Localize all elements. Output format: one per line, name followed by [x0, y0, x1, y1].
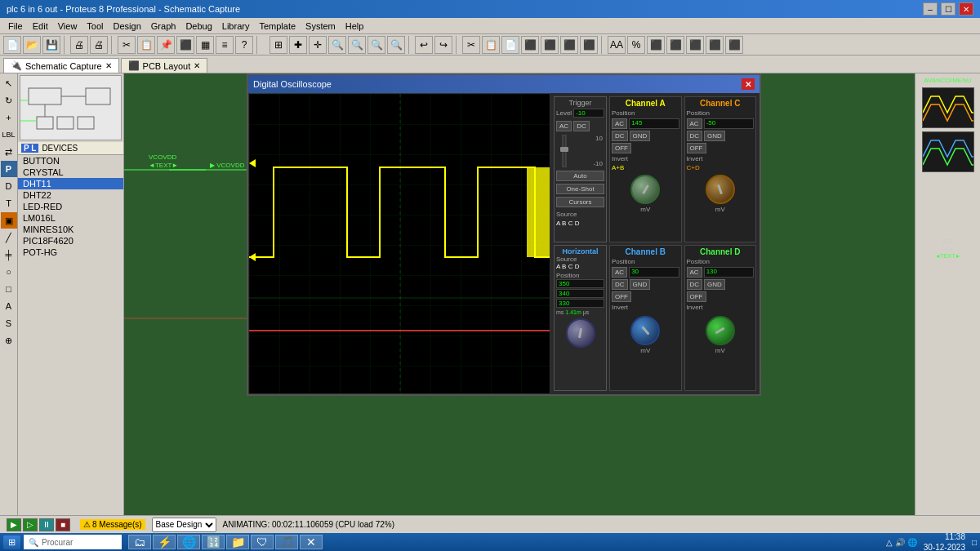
close-button[interactable]: ✕ — [959, 2, 973, 16]
menu-debug[interactable]: Debug — [180, 20, 216, 32]
tb-paste[interactable]: 📌 — [157, 36, 175, 54]
ch-b-ac[interactable]: AC — [612, 267, 627, 278]
taskbar-app-proteus[interactable]: ⚡ — [153, 535, 176, 549]
tool-c[interactable]: ▣ — [1, 212, 17, 229]
tb-b1[interactable]: ⬛ — [176, 36, 194, 54]
tb-grid[interactable]: ⊞ — [270, 36, 287, 54]
maximize-button[interactable]: ☐ — [941, 2, 956, 16]
oneshot-btn[interactable]: One-Shot — [556, 184, 604, 194]
device-LED-RED[interactable]: LED-RED — [18, 201, 123, 212]
start-button[interactable]: ⊞ — [3, 535, 20, 549]
trigger-ac-btn[interactable]: AC — [556, 121, 572, 131]
tb-undo[interactable]: ↩ — [415, 36, 433, 54]
tool-bus[interactable]: ╪ — [1, 247, 17, 263]
tb-aaz[interactable]: % — [627, 36, 645, 54]
tb-b8[interactable]: ⬛ — [541, 36, 559, 54]
ch-d-knob[interactable] — [706, 316, 735, 345]
tb-b13[interactable]: ⬛ — [686, 36, 704, 54]
auto-btn[interactable]: Auto — [556, 171, 604, 181]
ch-b-knob[interactable] — [630, 316, 660, 345]
ch-c-ac[interactable]: AC — [687, 118, 702, 129]
taskbar-app-media[interactable]: 🎵 — [275, 535, 298, 549]
ch-b-dc[interactable]: DC — [612, 279, 628, 290]
tb-b14[interactable]: ⬛ — [706, 36, 724, 54]
tb-copy[interactable]: 📋 — [137, 36, 155, 54]
menu-tool[interactable]: Tool — [82, 20, 108, 32]
tool-pointer[interactable]: ↖ — [1, 75, 17, 91]
menu-help[interactable]: Help — [341, 20, 369, 32]
tab-schematic-close[interactable]: ✕ — [105, 61, 112, 70]
taskbar-app-folder[interactable]: 📁 — [226, 535, 249, 549]
tb-cut[interactable]: ✂ — [118, 36, 136, 54]
tb-save[interactable]: 💾 — [42, 36, 60, 54]
pause-button[interactable]: ⏸ — [39, 518, 54, 531]
menu-design[interactable]: Design — [109, 20, 146, 32]
tb-b6[interactable]: 📄 — [501, 36, 519, 54]
taskbar-search-box[interactable]: 🔍 Procurar — [24, 535, 122, 549]
ch-d-gnd[interactable]: GND — [704, 279, 725, 290]
taskbar-app-browser[interactable]: 🌐 — [177, 535, 200, 549]
taskbar-app-calc[interactable]: 🔢 — [202, 535, 225, 549]
ch-a-knob[interactable] — [630, 175, 660, 204]
tb-b9[interactable]: ⬛ — [560, 36, 578, 54]
device-BUTTON[interactable]: BUTTON — [18, 155, 123, 167]
tb-open[interactable]: 📂 — [23, 36, 41, 54]
ch-c-knob[interactable] — [706, 175, 735, 204]
tool-swap[interactable]: ⇄ — [1, 144, 17, 160]
ch-a-off[interactable]: OFF — [612, 143, 631, 153]
device-DHT11[interactable]: DHT11 — [18, 178, 123, 189]
tb-b7[interactable]: ⬛ — [521, 36, 539, 54]
ch-c-off[interactable]: OFF — [687, 143, 706, 153]
tb-zoom1[interactable]: 🔍 — [328, 36, 346, 54]
menu-edit[interactable]: Edit — [28, 20, 53, 32]
tb-new[interactable]: 📄 — [3, 36, 21, 54]
tool-rect[interactable]: □ — [1, 281, 17, 297]
tb-plus2[interactable]: ✛ — [309, 36, 327, 54]
ch-c-dc[interactable]: DC — [687, 131, 703, 141]
menu-library[interactable]: Library — [217, 20, 255, 32]
play-step-button[interactable]: ▷ — [23, 518, 38, 531]
base-design-select[interactable]: Base Design — [152, 518, 216, 532]
ch-a-gnd[interactable]: GND — [630, 131, 651, 141]
tb-print2[interactable]: 🖨 — [90, 36, 108, 54]
tool-p[interactable]: P — [1, 161, 17, 177]
ch-c-gnd[interactable]: GND — [704, 131, 725, 141]
tb-b4[interactable]: ✂ — [462, 36, 480, 54]
menu-file[interactable]: File — [3, 20, 28, 32]
tool-d[interactable]: D — [1, 178, 17, 194]
tb-help[interactable]: ? — [235, 36, 253, 54]
ch-a-ac[interactable]: AC — [612, 118, 627, 129]
ch-b-off[interactable]: OFF — [612, 291, 631, 302]
tb-print[interactable]: 🖨 — [70, 36, 88, 54]
trigger-dc-btn[interactable]: DC — [573, 121, 590, 131]
tool-a[interactable]: A — [1, 298, 17, 314]
play-button[interactable]: ▶ — [7, 518, 21, 531]
tab-schematic[interactable]: 🔌 Schematic Capture ✕ — [3, 58, 119, 73]
menu-graph[interactable]: Graph — [146, 20, 181, 32]
cursors-btn[interactable]: Cursors — [556, 197, 604, 207]
tb-zoom3[interactable]: 🔍 — [368, 36, 385, 54]
tab-pcb-close[interactable]: ✕ — [194, 61, 200, 70]
tb-b5[interactable]: 📋 — [482, 36, 500, 54]
device-PIC18F4620[interactable]: PIC18F4620 — [18, 235, 123, 247]
tool-s[interactable]: S — [1, 315, 17, 331]
tb-b10[interactable]: ⬛ — [580, 36, 598, 54]
device-LM016L[interactable]: LM016L — [18, 212, 123, 224]
horiz-knob[interactable] — [566, 318, 595, 348]
tab-pcb[interactable]: ⬛ PCB Layout ✕ — [121, 58, 208, 73]
ch-a-dc[interactable]: DC — [612, 131, 628, 141]
minimize-button[interactable]: – — [923, 2, 938, 16]
tb-b12[interactable]: ⬛ — [666, 36, 684, 54]
ch-d-off[interactable]: OFF — [687, 291, 706, 302]
ch-b-gnd[interactable]: GND — [630, 279, 651, 290]
device-CRYSTAL[interactable]: CRYSTAL — [18, 167, 123, 178]
tb-b2[interactable]: ▦ — [196, 36, 214, 54]
taskbar-app-explorer[interactable]: 🗂 — [128, 535, 151, 549]
stop-button[interactable]: ■ — [56, 518, 70, 531]
menu-view[interactable]: View — [53, 20, 82, 32]
tb-aa[interactable]: AA — [608, 36, 626, 54]
tool-redo[interactable]: ↻ — [1, 92, 17, 109]
tb-zoom2[interactable]: 🔍 — [348, 36, 366, 54]
tool-plus[interactable]: + — [1, 109, 17, 126]
tool-t[interactable]: T — [1, 195, 17, 211]
